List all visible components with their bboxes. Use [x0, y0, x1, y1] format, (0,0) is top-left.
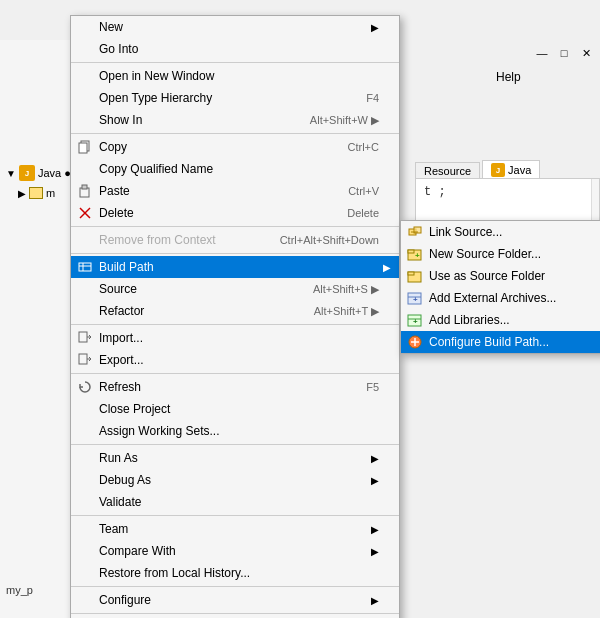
submenu-item-new-source-folder[interactable]: + New Source Folder...	[401, 243, 600, 265]
pkg-java-label: Java ●	[38, 167, 71, 179]
menu-refactor-label: Refactor	[99, 304, 144, 318]
svg-text:+: +	[413, 317, 418, 326]
submenu-item-add-libraries[interactable]: + Add Libraries...	[401, 309, 600, 331]
pkg-expand-icon: ▼	[6, 168, 16, 179]
menu-copy-qualified-label: Copy Qualified Name	[99, 162, 213, 176]
menu-item-source[interactable]: Source Alt+Shift+S ▶	[71, 278, 399, 300]
menu-item-debug-as[interactable]: Debug As ▶	[71, 469, 399, 491]
maximize-button[interactable]: □	[554, 43, 574, 63]
menu-refactor-shortcut: Alt+Shift+T ▶	[294, 305, 379, 318]
context-menu: New ▶ Go Into Open in New Window Open Ty…	[70, 15, 400, 618]
view-tabs: Resource J Java	[415, 155, 540, 179]
separator-7	[71, 444, 399, 445]
menu-item-build-path[interactable]: Build Path ▶	[71, 256, 399, 278]
pkg-folder-icon	[29, 187, 43, 199]
window-controls: — □ ✕	[430, 40, 600, 66]
menu-item-open-new-window[interactable]: Open in New Window	[71, 65, 399, 87]
menu-item-refactor[interactable]: Refactor Alt+Shift+T ▶	[71, 300, 399, 322]
menu-show-in-shortcut: Alt+Shift+W ▶	[290, 114, 379, 127]
submenu-item-configure-build-path[interactable]: Configure Build Path...	[401, 331, 600, 353]
menu-new-label: New	[99, 20, 123, 34]
pkg-m-expand-icon: ▶	[18, 188, 26, 199]
tab-resource[interactable]: Resource	[415, 162, 480, 179]
menu-item-delete[interactable]: Delete Delete	[71, 202, 399, 224]
menu-delete-label: Delete	[99, 206, 134, 220]
menu-paste-label: Paste	[99, 184, 130, 198]
tab-java[interactable]: J Java	[482, 160, 540, 179]
menu-show-in-label: Show In	[99, 113, 142, 127]
menu-item-remove-context[interactable]: Remove from Context Ctrl+Alt+Shift+Down	[71, 229, 399, 251]
menu-item-go-into[interactable]: Go Into	[71, 38, 399, 60]
delete-icon	[77, 205, 93, 221]
menu-item-export[interactable]: Export...	[71, 349, 399, 371]
menu-item-import[interactable]: Import...	[71, 327, 399, 349]
submenu-item-link-source[interactable]: Link Source...	[401, 221, 600, 243]
menu-item-copy[interactable]: Copy Ctrl+C	[71, 136, 399, 158]
menu-restore-history-label: Restore from Local History...	[99, 566, 250, 580]
svg-rect-17	[408, 250, 414, 253]
menu-compare-with-arrow: ▶	[371, 546, 379, 557]
menu-open-type-hierarchy-shortcut: F4	[346, 92, 379, 104]
menu-build-path-label: Build Path	[99, 260, 154, 274]
submenu-add-libraries-label: Add Libraries...	[429, 313, 510, 327]
paste-icon	[77, 183, 93, 199]
menu-delete-shortcut: Delete	[327, 207, 379, 219]
submenu-use-as-source-label: Use as Source Folder	[429, 269, 545, 283]
svg-text:+: +	[415, 251, 420, 260]
import-icon	[77, 330, 93, 346]
menu-build-path-arrow: ▶	[383, 262, 391, 273]
menu-item-validate[interactable]: Validate	[71, 491, 399, 513]
menu-item-open-type-hierarchy[interactable]: Open Type Hierarchy F4	[71, 87, 399, 109]
menu-item-paste[interactable]: Paste Ctrl+V	[71, 180, 399, 202]
separator-10	[71, 613, 399, 614]
close-button[interactable]: ✕	[576, 43, 596, 63]
menu-item-copy-qualified[interactable]: Copy Qualified Name	[71, 158, 399, 180]
menu-configure-arrow: ▶	[371, 595, 379, 606]
menu-export-label: Export...	[99, 353, 144, 367]
menu-item-restore-history[interactable]: Restore from Local History...	[71, 562, 399, 584]
svg-rect-3	[82, 185, 87, 189]
menu-item-run-as[interactable]: Run As ▶	[71, 447, 399, 469]
menu-item-configure[interactable]: Configure ▶	[71, 589, 399, 611]
menu-item-close-project[interactable]: Close Project	[71, 398, 399, 420]
minimize-button[interactable]: —	[532, 43, 552, 63]
menu-copy-label: Copy	[99, 140, 127, 154]
menu-open-new-window-label: Open in New Window	[99, 69, 214, 83]
menu-paste-shortcut: Ctrl+V	[328, 185, 379, 197]
menu-close-project-label: Close Project	[99, 402, 170, 416]
svg-rect-11	[79, 354, 87, 364]
configure-build-path-icon	[407, 334, 423, 350]
menu-item-assign-working-sets[interactable]: Assign Working Sets...	[71, 420, 399, 442]
use-as-source-icon	[407, 268, 423, 284]
menu-assign-working-sets-label: Assign Working Sets...	[99, 424, 220, 438]
menu-item-show-in[interactable]: Show In Alt+Shift+W ▶	[71, 109, 399, 131]
submenu-item-use-as-source[interactable]: Use as Source Folder	[401, 265, 600, 287]
submenu-item-add-external[interactable]: + Add External Archives...	[401, 287, 600, 309]
copy-icon	[77, 139, 93, 155]
menu-debug-as-label: Debug As	[99, 473, 151, 487]
menu-remove-context-label: Remove from Context	[99, 233, 216, 247]
menu-run-as-label: Run As	[99, 451, 138, 465]
menu-item-compare-with[interactable]: Compare With ▶	[71, 540, 399, 562]
menu-import-label: Import...	[99, 331, 143, 345]
menu-item-refresh[interactable]: Refresh F5	[71, 376, 399, 398]
svg-text:+: +	[413, 295, 418, 304]
menu-source-label: Source	[99, 282, 137, 296]
separator-3	[71, 226, 399, 227]
menu-item-team[interactable]: Team ▶	[71, 518, 399, 540]
svg-rect-9	[79, 332, 87, 342]
svg-rect-6	[79, 263, 91, 271]
add-libraries-icon: +	[407, 312, 423, 328]
submenu-new-source-folder-label: New Source Folder...	[429, 247, 541, 261]
svg-rect-1	[79, 143, 87, 153]
menu-compare-with-label: Compare With	[99, 544, 176, 558]
help-menu[interactable]: Help	[490, 68, 527, 86]
menu-item-new[interactable]: New ▶	[71, 16, 399, 38]
pkg-m-label: m	[46, 187, 55, 199]
link-source-icon	[407, 224, 423, 240]
menu-remove-context-shortcut: Ctrl+Alt+Shift+Down	[260, 234, 379, 246]
menu-configure-label: Configure	[99, 593, 151, 607]
new-source-folder-icon: +	[407, 246, 423, 262]
menu-run-as-arrow: ▶	[371, 453, 379, 464]
menu-source-shortcut: Alt+Shift+S ▶	[293, 283, 379, 296]
